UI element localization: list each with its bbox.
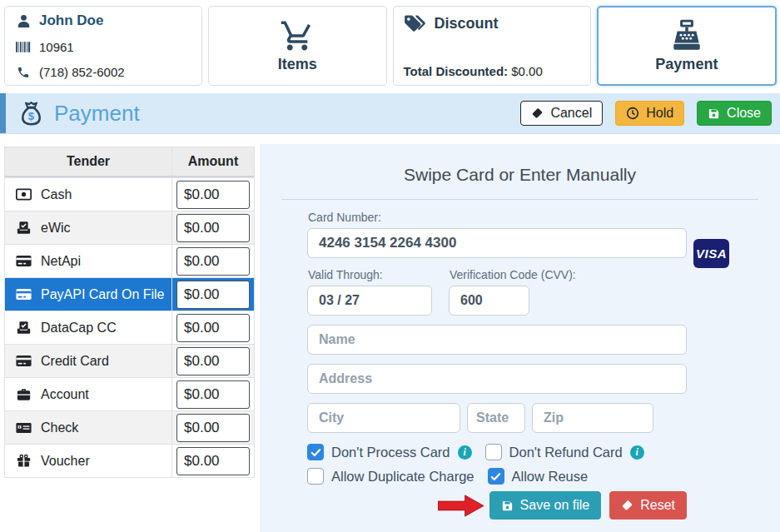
- column-header-amount: Amount: [171, 147, 254, 176]
- customer-tile[interactable]: John Doe 10961 (718) 852-6002: [4, 6, 202, 86]
- panel-divider: [281, 199, 758, 200]
- tender-amount-input[interactable]: [176, 314, 250, 342]
- tender-amount-input[interactable]: [176, 214, 250, 242]
- checkbox-label: Don't Process Card: [331, 445, 450, 460]
- checkbox-label: Allow Reuse: [512, 469, 589, 485]
- payment-tile-label: Payment: [655, 56, 718, 73]
- tender-row-cash[interactable]: Cash: [5, 177, 254, 211]
- tender-amount-input[interactable]: [176, 281, 250, 309]
- cvv-input[interactable]: [449, 286, 529, 316]
- customer-id-row: 10961: [15, 40, 191, 54]
- save-icon: [708, 107, 720, 120]
- briefcase-icon: [15, 388, 32, 401]
- tender-row-check[interactable]: Check: [5, 410, 254, 444]
- tender-row-ewic[interactable]: eWic: [5, 211, 254, 244]
- customer-name-row: John Doe: [15, 12, 191, 29]
- city-input[interactable]: [307, 403, 460, 433]
- nav-tile-items[interactable]: Items: [208, 6, 386, 86]
- tender-amount-input[interactable]: [176, 447, 250, 475]
- tags-icon: [404, 14, 426, 33]
- checkbox-row: Allow Duplicate Charge Allow Reuse: [307, 468, 687, 485]
- checkbox-don-t-process-card[interactable]: [307, 444, 324, 460]
- reset-label: Reset: [640, 498, 675, 513]
- tender-row-voucher[interactable]: Voucher: [5, 444, 254, 477]
- hold-button-label: Hold: [646, 106, 673, 121]
- panel-heading: Swipe Card or Enter Manually: [260, 165, 780, 185]
- nav-tile-discount[interactable]: Discount Total Discounted: $0.00: [393, 6, 591, 86]
- tender-label: Credit Card: [41, 354, 109, 369]
- tender-label: Cash: [41, 187, 72, 202]
- tender-table-header: Tender Amount: [5, 147, 254, 177]
- tender-label: eWic: [41, 221, 71, 236]
- card-number-label: Card Number:: [308, 211, 687, 224]
- gift-icon: [15, 454, 32, 468]
- money-bill-icon: [15, 188, 32, 201]
- zip-input[interactable]: [532, 403, 653, 433]
- red-arrow-annotation: [438, 494, 484, 518]
- tender-amount-input[interactable]: [176, 247, 250, 276]
- tender-row-payapi-card-on-file[interactable]: PayAPI Card On File: [5, 277, 254, 311]
- clock-icon: [626, 107, 639, 120]
- credit-card-icon: [15, 355, 32, 367]
- hold-button[interactable]: Hold: [615, 101, 684, 126]
- user-icon: [15, 13, 32, 29]
- info-icon[interactable]: i: [458, 445, 472, 460]
- header-accent-bar: [0, 93, 6, 133]
- card-form: Card Number: VISA Valid Through: Verific…: [307, 211, 687, 520]
- tender-amount-input[interactable]: [176, 347, 250, 375]
- page-title: Payment: [54, 101, 140, 127]
- save-on-file-button[interactable]: Save on file: [489, 491, 602, 520]
- valid-through-label: Valid Through:: [308, 268, 432, 281]
- eraser-icon: [621, 500, 633, 512]
- address-input[interactable]: [307, 364, 687, 394]
- money-check-icon: [15, 422, 32, 434]
- close-button[interactable]: Close: [697, 101, 772, 126]
- ballot-check-icon: [15, 321, 32, 335]
- phone-icon: [15, 66, 32, 79]
- tender-amount-input[interactable]: [176, 181, 250, 209]
- tender-table: Tender Amount Cash eWic NetApi PayAPI Ca…: [4, 147, 255, 478]
- top-nav-bar: John Doe 10961 (718) 852-6002 Items Disc…: [4, 6, 777, 86]
- checkbox-label: Don't Refund Card: [509, 445, 623, 460]
- save-icon: [501, 500, 514, 512]
- state-input[interactable]: [467, 403, 525, 433]
- tender-amount-input[interactable]: [176, 414, 250, 442]
- tender-row-netapi[interactable]: NetApi: [5, 244, 254, 277]
- customer-phone: (718) 852-6002: [39, 65, 125, 79]
- checkbox-item-allow-duplicate-charge: Allow Duplicate Charge: [307, 468, 474, 485]
- tender-row-datacap-cc[interactable]: DataCap CC: [5, 311, 254, 344]
- credit-card-icon: [15, 255, 32, 267]
- tender-row-credit-card[interactable]: Credit Card: [5, 344, 254, 377]
- discount-total-value: $0.00: [511, 64, 543, 78]
- discount-total-label: Total Discounted:: [404, 64, 509, 78]
- name-input[interactable]: [307, 325, 687, 355]
- tender-amount-input[interactable]: [176, 380, 250, 409]
- info-icon[interactable]: i: [630, 445, 644, 460]
- card-number-input[interactable]: [307, 228, 687, 258]
- cash-register-icon: [668, 18, 706, 53]
- tender-label: Voucher: [41, 454, 90, 469]
- visa-badge: VISA: [693, 239, 729, 268]
- checkbox-allow-duplicate-charge[interactable]: [307, 468, 324, 485]
- cvv-label: Verification Code (CVV):: [450, 268, 687, 281]
- credit-card-icon: [15, 288, 32, 301]
- form-buttons: Save on file Reset: [307, 491, 687, 520]
- items-tile-label: Items: [278, 56, 317, 73]
- tender-table-body: Cash eWic NetApi PayAPI Card On File: [5, 177, 254, 477]
- ballot-check-icon: [15, 221, 32, 235]
- save-on-file-label: Save on file: [520, 498, 590, 513]
- checkbox-item-don-t-refund-card: Don't Refund Card i: [485, 444, 644, 460]
- checkbox-don-t-refund-card[interactable]: [485, 444, 502, 460]
- tender-row-account[interactable]: Account: [5, 377, 254, 410]
- tender-label: Check: [41, 420, 78, 435]
- nav-tile-payment[interactable]: Payment: [597, 6, 777, 86]
- reset-button[interactable]: Reset: [609, 491, 687, 520]
- customer-phone-row: (718) 852-6002: [15, 65, 191, 79]
- cancel-button[interactable]: Cancel: [520, 101, 603, 126]
- payment-header-bar: $ Payment Cancel Hold Close: [0, 93, 780, 134]
- cancel-button-label: Cancel: [550, 106, 592, 121]
- checkbox-allow-reuse[interactable]: [488, 468, 504, 485]
- tender-label: Account: [41, 387, 89, 402]
- valid-through-input[interactable]: [307, 286, 432, 316]
- checkbox-label: Allow Duplicate Charge: [331, 469, 474, 485]
